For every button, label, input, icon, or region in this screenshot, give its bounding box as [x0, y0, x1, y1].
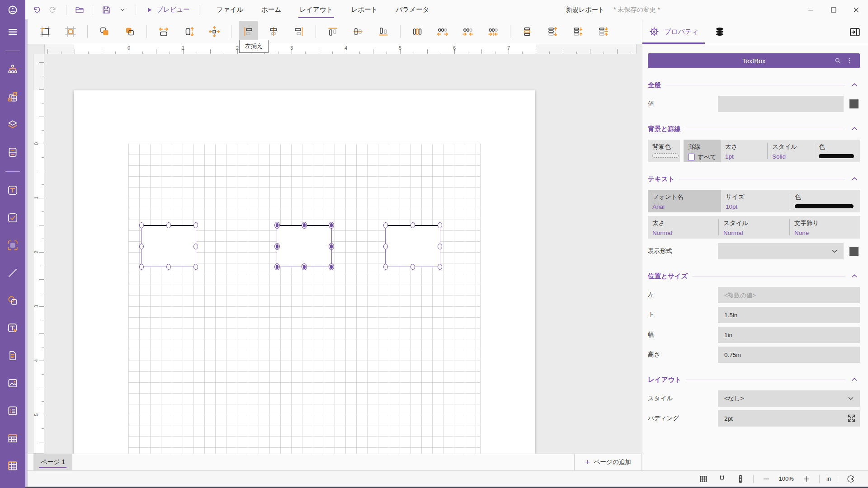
background-color-swatch[interactable] — [652, 153, 679, 158]
tablix-tool-icon[interactable] — [4, 457, 22, 474]
hamburger-menu-icon[interactable] — [4, 23, 22, 40]
resize-handle[interactable] — [166, 222, 171, 228]
tab-properties[interactable]: プロパティ — [649, 19, 699, 44]
region-select-tool-icon[interactable] — [4, 237, 22, 254]
size-to-grid-height-button[interactable] — [179, 21, 198, 42]
unit-selector[interactable]: in — [826, 475, 831, 482]
border-color-swatch[interactable] — [819, 154, 854, 158]
undo-icon[interactable] — [30, 3, 43, 17]
resize-handle[interactable] — [438, 264, 442, 270]
report-explorer-icon[interactable] — [4, 61, 22, 78]
size-to-grid-width-button[interactable] — [154, 21, 173, 42]
align-bottom-button[interactable] — [374, 21, 393, 42]
vertical-ruler[interactable]: 0 1 2 3 4 5 — [33, 54, 44, 454]
resize-handle[interactable] — [139, 264, 144, 270]
ruler-toggle-icon[interactable] — [735, 473, 746, 485]
resize-handle[interactable] — [383, 264, 388, 270]
resize-handle[interactable] — [438, 244, 442, 249]
group-editor-icon[interactable] — [4, 89, 22, 106]
resize-handle[interactable] — [193, 244, 198, 249]
textbox-tool-icon[interactable] — [4, 182, 22, 199]
chevron-up-icon[interactable] — [850, 174, 859, 183]
left-input[interactable] — [718, 287, 860, 303]
resize-handle[interactable] — [329, 222, 334, 228]
table-tool-icon[interactable] — [4, 430, 22, 447]
page-tab-1[interactable]: ページ 1 — [33, 454, 72, 470]
value-input[interactable] — [718, 96, 844, 112]
width-input[interactable] — [718, 327, 860, 343]
theme-palette-icon[interactable] — [845, 473, 857, 485]
shape-tool-icon[interactable] — [4, 292, 22, 309]
resize-handle[interactable] — [329, 264, 334, 270]
chevron-up-icon[interactable] — [850, 124, 859, 133]
snap-to-grid-button[interactable] — [36, 21, 55, 42]
increase-horizontal-spacing-button[interactable] — [433, 21, 452, 42]
send-to-back-button[interactable] — [120, 21, 139, 42]
remove-horizontal-spacing-button[interactable] — [484, 21, 503, 42]
chevron-up-icon[interactable] — [850, 272, 859, 281]
border-cell[interactable]: 罫線 すべて — [684, 140, 721, 162]
selected-element-bar[interactable]: TextBox — [648, 53, 860, 68]
font-style-cell[interactable]: スタイル Normal — [719, 216, 789, 239]
search-icon[interactable] — [833, 56, 843, 66]
align-top-button[interactable] — [323, 21, 342, 42]
collapse-panel-icon[interactable] — [849, 26, 861, 38]
menu-home[interactable]: ホーム — [261, 0, 281, 19]
design-canvas[interactable]: 0 1 2 3 4 5 6 7 0 1 2 3 4 5 — [28, 44, 642, 454]
open-file-icon[interactable] — [73, 3, 86, 17]
decrease-horizontal-spacing-button[interactable] — [458, 21, 477, 42]
decrease-vertical-spacing-button[interactable] — [568, 21, 587, 42]
list-tool-icon[interactable] — [4, 402, 22, 419]
add-page-button[interactable]: + ページの追加 — [574, 454, 642, 470]
horizontal-ruler[interactable]: 0 1 2 3 4 5 6 7 — [44, 44, 637, 54]
resize-handle[interactable] — [139, 222, 144, 228]
border-style-cell[interactable]: スタイル Solid — [768, 140, 814, 162]
report-page[interactable] — [74, 90, 535, 454]
resize-handle[interactable] — [275, 264, 279, 270]
richtext-tool-icon[interactable] — [4, 319, 22, 337]
resize-handle[interactable] — [438, 222, 442, 228]
format-dropdown[interactable] — [718, 243, 844, 259]
layers-icon[interactable] — [4, 116, 22, 133]
snap-magnet-icon[interactable] — [716, 473, 728, 485]
distribute-horizontally-button[interactable] — [408, 21, 427, 42]
chevron-up-icon[interactable] — [850, 375, 859, 384]
save-icon[interactable] — [99, 3, 113, 17]
menu-report[interactable]: レポート — [351, 0, 378, 19]
resize-handle[interactable] — [193, 264, 198, 270]
chart-tool-icon[interactable] — [4, 485, 22, 488]
border-all-checkbox[interactable] — [688, 154, 695, 160]
distribute-vertically-button[interactable] — [518, 21, 537, 42]
menu-file[interactable]: ファイル — [217, 0, 243, 19]
image-tool-icon[interactable] — [4, 375, 22, 392]
resize-handle[interactable] — [329, 244, 334, 249]
expression-button[interactable] — [849, 247, 859, 256]
maximize-icon[interactable] — [825, 2, 843, 18]
background-color-cell[interactable]: 背景色 — [648, 140, 680, 162]
remove-vertical-spacing-button[interactable] — [594, 21, 613, 42]
tab-data-sources[interactable] — [714, 26, 725, 37]
resize-handle[interactable] — [139, 244, 144, 249]
line-tool-icon[interactable] — [4, 264, 22, 282]
minimize-icon[interactable] — [802, 2, 820, 18]
increase-vertical-spacing-button[interactable] — [543, 21, 562, 42]
resize-handle[interactable] — [302, 264, 307, 270]
font-color-cell[interactable]: 色 — [790, 190, 860, 212]
resize-handle[interactable] — [193, 222, 198, 228]
textbox-element-2[interactable] — [277, 225, 332, 267]
zoom-level[interactable]: 100% — [779, 475, 794, 482]
resize-handle[interactable] — [410, 222, 415, 228]
zoom-in-icon[interactable] — [801, 473, 812, 485]
height-input[interactable] — [718, 347, 860, 363]
menu-layout[interactable]: レイアウト — [299, 0, 333, 19]
textbox-element-3[interactable] — [385, 225, 440, 267]
align-right-button[interactable] — [289, 21, 308, 42]
center-in-container-button[interactable] — [205, 21, 224, 42]
chevron-up-icon[interactable] — [850, 80, 859, 89]
text-decoration-cell[interactable]: 文字飾り None — [790, 216, 860, 239]
style-dropdown[interactable]: <なし> — [718, 390, 860, 407]
zoom-out-icon[interactable] — [760, 473, 772, 485]
font-weight-cell[interactable]: 太さ Normal — [648, 216, 718, 239]
resize-handle[interactable] — [383, 244, 388, 249]
kebab-menu-icon[interactable] — [844, 56, 854, 66]
